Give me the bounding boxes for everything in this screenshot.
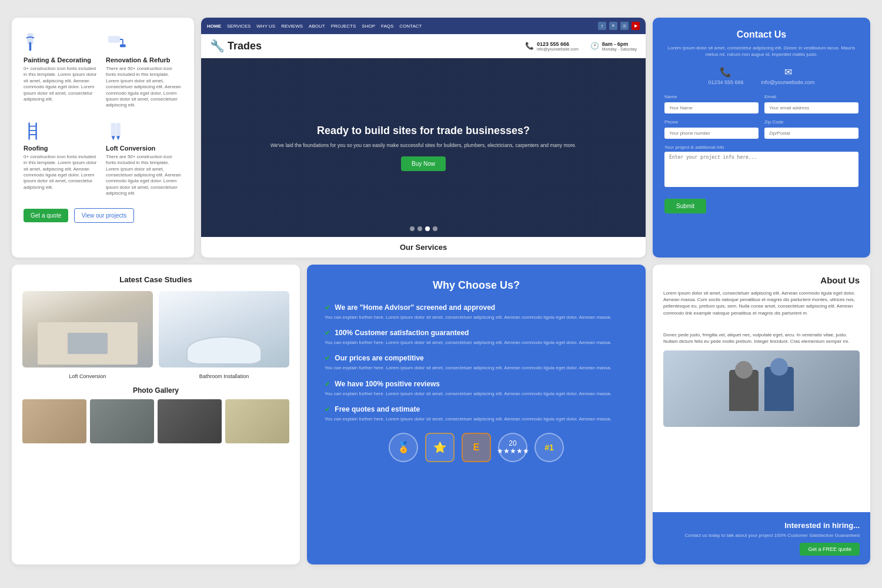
dot-4[interactable] bbox=[433, 226, 437, 231]
trades-header: 🔧 Trades 📞 0123 555 666 info@yourwebsite… bbox=[201, 34, 646, 58]
why-item-1-desc: You can explain further here. Lorem ipsu… bbox=[325, 314, 628, 320]
cta-desc: Contact us today to talk about your proj… bbox=[663, 533, 860, 538]
free-quote-button[interactable]: Get a FREE quote bbox=[800, 543, 860, 556]
project-label: Your project & additional info bbox=[664, 145, 858, 150]
hours-days: Monday - Saturday bbox=[602, 47, 637, 51]
trades-nav: HOME SERVICES WHY US REVIEWS ABOUT PROJE… bbox=[201, 18, 646, 34]
services-buttons: Get a quote View our projects bbox=[24, 208, 182, 223]
zip-label: Zip Code bbox=[764, 119, 858, 125]
svg-rect-2 bbox=[109, 36, 120, 42]
why-item-1: ✔ We are "Home Advisor" screened and app… bbox=[325, 303, 628, 320]
roofing-desc: 0+ construction icon fonts included in t… bbox=[24, 154, 100, 191]
contact-title: Contact Us bbox=[664, 29, 858, 40]
hero-dots bbox=[410, 226, 437, 231]
paint-icon bbox=[24, 32, 45, 54]
nav-contact[interactable]: CONTACT bbox=[399, 24, 422, 29]
about-image bbox=[663, 350, 860, 427]
our-services-label: Our Services bbox=[201, 237, 646, 258]
service-painting: Painting & Decorating 0+ construction ic… bbox=[24, 29, 100, 112]
phone-contact: 📞 0123 555 666 info@yourwebsite.com bbox=[525, 41, 579, 51]
twitter-icon[interactable]: ✕ bbox=[609, 22, 617, 30]
services-grid: Painting & Decorating 0+ construction ic… bbox=[24, 29, 182, 199]
quote-button[interactable]: Get a quote bbox=[24, 209, 68, 222]
nav-reviews[interactable]: REVIEWS bbox=[281, 24, 303, 29]
svg-marker-14 bbox=[116, 136, 120, 140]
gallery-image-2 bbox=[90, 399, 154, 443]
name-label: Name bbox=[664, 94, 759, 99]
case-studies-panel: Latest Case Studies Loft Conversion Ba bbox=[12, 265, 300, 564]
pencil-icon bbox=[106, 121, 127, 142]
why-item-5-title: ✔ Free quotes and estimate bbox=[325, 405, 628, 413]
nav-home[interactable]: HOME bbox=[207, 24, 221, 29]
hero-title: Ready to build sites for trade businesse… bbox=[270, 124, 576, 138]
checkmark-1: ✔ bbox=[325, 304, 330, 311]
gallery-image-3 bbox=[158, 399, 222, 443]
nav-shop[interactable]: SHOP bbox=[362, 24, 375, 29]
hero-subtitle: We've laid the foundations for you so yo… bbox=[270, 142, 576, 149]
project-textarea[interactable] bbox=[664, 152, 858, 187]
buy-now-button[interactable]: Buy Now bbox=[401, 156, 446, 171]
renovation-title: Renovation & Refurb bbox=[106, 56, 182, 64]
badge-3: E bbox=[462, 433, 491, 462]
nav-about[interactable]: ABOUT bbox=[309, 24, 325, 29]
checkmark-2: ✔ bbox=[325, 329, 330, 336]
name-input[interactable] bbox=[664, 102, 759, 113]
dot-1[interactable] bbox=[410, 226, 415, 231]
nav-faqs[interactable]: FAQS bbox=[381, 24, 393, 29]
hero-section: Ready to build sites for trade businesse… bbox=[201, 58, 646, 237]
contact-email-icon: ✉ bbox=[761, 66, 814, 78]
zip-input[interactable] bbox=[764, 128, 858, 139]
trades-logo: 🔧 Trades bbox=[210, 39, 262, 53]
why-title: Why Choose Us? bbox=[325, 279, 628, 292]
about-top: About Us Lorem ipsum dolor sit amet, con… bbox=[653, 265, 870, 512]
dot-3[interactable] bbox=[425, 226, 430, 231]
contact-email-address: info@yourwebsite.com bbox=[761, 79, 814, 85]
nav-projects[interactable]: PROJECTS bbox=[331, 24, 356, 29]
email-input[interactable] bbox=[764, 102, 858, 113]
case-labels: Loft Conversion Bathroom Installation bbox=[22, 373, 289, 379]
phone-email: info@yourwebsite.com bbox=[537, 47, 579, 51]
contact-phone-item: 📞 01234 555 666 bbox=[708, 66, 743, 85]
gallery-image-1 bbox=[22, 399, 86, 443]
svg-marker-13 bbox=[112, 136, 115, 140]
why-item-2-title: ✔ 100% Customer satisfaction guaranteed bbox=[325, 329, 628, 337]
zip-group: Zip Code bbox=[764, 119, 858, 139]
social-icons: f ✕ ◎ ▶ bbox=[598, 22, 640, 30]
badge-2: ⭐ bbox=[425, 433, 455, 462]
phone-number: 0123 555 666 bbox=[537, 41, 579, 47]
dot-2[interactable] bbox=[417, 226, 422, 231]
why-item-2: ✔ 100% Customer satisfaction guaranteed … bbox=[325, 329, 628, 346]
projects-button[interactable]: View our projects bbox=[74, 208, 135, 223]
submit-button[interactable]: Submit bbox=[664, 199, 706, 213]
facebook-icon[interactable]: f bbox=[598, 22, 606, 30]
checkmark-3: ✔ bbox=[325, 355, 330, 362]
nav-whyus[interactable]: WHY US bbox=[256, 24, 275, 29]
phone-label: Phone bbox=[664, 119, 759, 125]
badge-4: 20★★★★★ bbox=[498, 433, 527, 462]
email-group: Email bbox=[764, 94, 858, 113]
svg-rect-12 bbox=[116, 123, 120, 136]
about-panel: About Us Lorem ipsum dolor sit amet, con… bbox=[653, 265, 870, 564]
painting-title: Painting & Decorating bbox=[24, 56, 100, 64]
gallery-title: Photo Gallery bbox=[22, 386, 289, 395]
gallery-images bbox=[22, 399, 289, 443]
gallery-image-4 bbox=[225, 399, 289, 443]
ladder-icon bbox=[24, 121, 45, 142]
about-bottom-cta: Interested in hiring... Contact us today… bbox=[653, 512, 870, 564]
phone-input[interactable] bbox=[664, 128, 759, 139]
email-label: Email bbox=[764, 94, 858, 99]
svg-rect-0 bbox=[28, 34, 32, 44]
phone-icon: 📞 bbox=[525, 42, 534, 50]
contact-desc: Lorem ipsum dolor sit amet, consectetur … bbox=[664, 45, 858, 58]
roofing-title: Roofing bbox=[24, 145, 100, 152]
instagram-icon[interactable]: ◎ bbox=[620, 22, 629, 30]
why-item-3: ✔ Our prices are competitive You can exp… bbox=[325, 354, 628, 371]
checkmark-4: ✔ bbox=[325, 380, 330, 387]
nav-services[interactable]: SERVICES bbox=[227, 24, 250, 29]
bathroom-case-image bbox=[159, 291, 289, 368]
case-images bbox=[22, 291, 289, 368]
svg-rect-5 bbox=[120, 44, 126, 47]
badges-row: 🏅 ⭐ E 20★★★★★ #1 bbox=[325, 433, 628, 462]
about-title: About Us bbox=[663, 275, 860, 285]
youtube-icon[interactable]: ▶ bbox=[632, 22, 640, 30]
